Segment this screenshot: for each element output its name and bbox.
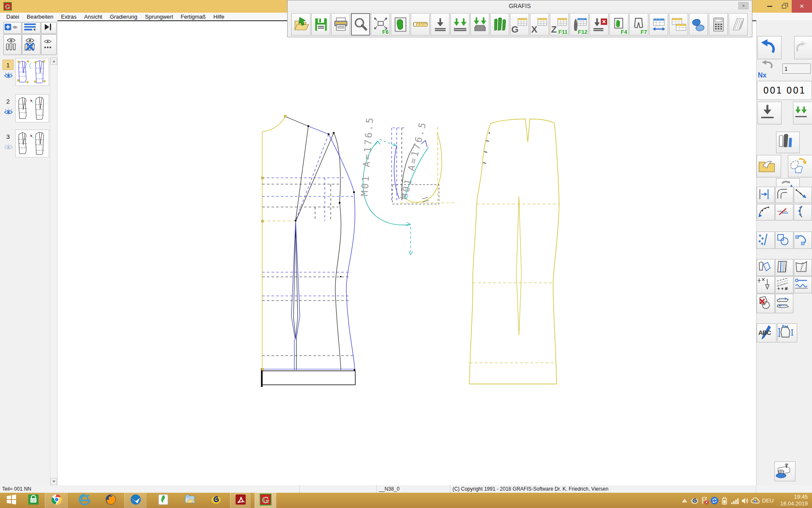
restore-button[interactable] (778, 0, 790, 13)
close-button[interactable]: × (792, 0, 812, 13)
save-file-button[interactable] (311, 13, 330, 36)
open-file-button[interactable] (291, 13, 310, 36)
tray-spiral-tray-button[interactable] (690, 496, 699, 505)
tray-battery-button[interactable] (720, 496, 729, 505)
thumbnail-visibility-eye-3[interactable] (3, 144, 14, 151)
thumbnail-number-1[interactable]: 1 (3, 60, 14, 70)
curve-modify-button[interactable] (794, 204, 812, 221)
piece-preview-button[interactable] (391, 13, 410, 36)
piece-rotate-button[interactable] (757, 259, 775, 276)
menu-item-fertigma[interactable]: Fertigmaß (177, 14, 209, 20)
column-width-button[interactable] (649, 13, 668, 36)
add-view-button[interactable] (3, 22, 22, 34)
measure-tape-button[interactable] (411, 13, 430, 36)
curve-handles-button[interactable] (794, 232, 812, 249)
menu-item-datei[interactable]: Datei (3, 14, 23, 20)
pieces-button[interactable] (490, 13, 509, 36)
scroll-up-button[interactable] (50, 58, 57, 65)
scroll-down-button[interactable] (50, 478, 57, 485)
taskbar-acrobat-button[interactable] (230, 493, 251, 508)
pleats-button[interactable] (775, 259, 793, 276)
menu-item-hilfe[interactable]: Hilfe (210, 14, 228, 20)
corner-rounding-button[interactable] (775, 187, 793, 203)
thumbnail-visibility-eye-1[interactable] (3, 72, 14, 79)
measurement-table-button[interactable]: F12 (570, 13, 589, 36)
taskbar-windows-store-button[interactable] (25, 493, 41, 508)
tray-network-signal-button[interactable] (730, 496, 739, 505)
text-tool-button[interactable]: ABC (757, 323, 776, 342)
nx-count-input[interactable] (782, 64, 811, 74)
taskbar-firefox-button[interactable] (102, 493, 119, 508)
thumbnail-number-3[interactable]: 3 (3, 131, 14, 141)
call-to-stack-button[interactable] (470, 13, 489, 36)
thumbnail-visibility-eye-2[interactable] (3, 108, 14, 116)
curve-points-button[interactable] (757, 204, 775, 221)
menu-item-sprungwert[interactable]: Sprungwert (141, 14, 177, 20)
pin-seam-button[interactable] (794, 276, 812, 293)
hide-pieces-button[interactable] (22, 34, 41, 55)
flip-pieces-button[interactable] (775, 294, 793, 313)
line-direction-button[interactable] (794, 187, 812, 203)
menu-item-ansicht[interactable]: Ansicht (80, 14, 106, 20)
undo-button[interactable] (757, 36, 782, 59)
call-all-down-button[interactable] (793, 102, 812, 124)
taskbar-coreldraw-button[interactable] (155, 493, 172, 508)
minimize-button[interactable] (764, 0, 776, 13)
scatter-points-button[interactable] (757, 232, 775, 249)
redo-button[interactable] (794, 36, 812, 59)
menu-item-gradierung[interactable]: Gradierung (106, 14, 141, 20)
cross-lines-button[interactable] (775, 204, 793, 221)
piece-window-button[interactable]: F7 (629, 13, 648, 36)
language-indicator[interactable]: DEU (762, 493, 774, 508)
drawing-canvas[interactable]: M01 A=176.5 M01 A=176.5 (58, 20, 756, 485)
taskbar-grafis-button[interactable]: G (255, 493, 277, 508)
calculator-button[interactable] (709, 13, 728, 36)
tray-hidden-icons-button[interactable] (680, 496, 689, 505)
tray-onedrive-button[interactable] (751, 496, 760, 505)
taskbar-internet-explorer-button[interactable] (76, 493, 93, 508)
pattern-thumbnail-1[interactable] (15, 58, 49, 86)
value-table-g-button[interactable]: G (510, 13, 529, 36)
table-window-button[interactable] (669, 13, 688, 36)
piece-set-button[interactable] (776, 132, 800, 153)
layer-list-button[interactable] (22, 22, 41, 34)
toolbar-close-button[interactable]: × (738, 2, 749, 9)
remove-call-button[interactable] (590, 13, 609, 36)
perpendicular-tools-button[interactable] (757, 276, 775, 293)
tray-action-center-flag-button[interactable] (700, 496, 709, 505)
neck-dart-button[interactable] (794, 259, 812, 276)
measure-piece-button[interactable] (777, 323, 797, 342)
zoom-all-button[interactable]: F6 (371, 13, 390, 36)
menu-item-bearbeiten[interactable]: Bearbeiten (23, 14, 57, 20)
clock[interactable]: 19:45 16.04.2019 (780, 494, 808, 507)
menu-item-extras[interactable]: Extras (57, 14, 80, 20)
call-piece-down-button[interactable] (757, 102, 782, 124)
print-button[interactable] (331, 13, 350, 36)
taskbar-start-button[interactable] (3, 493, 19, 508)
taskbar-spiral-app-button[interactable] (208, 493, 224, 508)
value-table-z-button[interactable]: ZF11 (550, 13, 569, 36)
taskbar-chrome-button[interactable] (45, 493, 69, 508)
undo-count-button[interactable]: Nx (757, 61, 781, 79)
call-piece-button[interactable] (431, 13, 450, 36)
delete-geometry-button[interactable] (757, 294, 775, 313)
taskbar-thunderbird-button[interactable] (124, 493, 147, 508)
shapes-button[interactable] (775, 232, 793, 249)
pattern-thumbnail-3[interactable] (15, 130, 49, 157)
next-page-button[interactable] (41, 22, 57, 34)
piece-stack-button[interactable] (689, 13, 708, 36)
open-piece-button[interactable] (757, 155, 781, 177)
copy-piece-button[interactable] (788, 155, 812, 177)
hatch-pattern-button[interactable] (729, 13, 748, 36)
tray-sync-button[interactable] (710, 496, 719, 505)
value-table-x-button[interactable]: X (530, 13, 549, 36)
point-to-line-button[interactable] (757, 187, 775, 203)
show-pieces-button[interactable] (3, 34, 22, 55)
pattern-thumbnail-2[interactable] (15, 94, 49, 122)
sewing-tool-button[interactable] (774, 461, 796, 481)
line-attributes-button[interactable] (775, 276, 793, 293)
tray-volume-button[interactable] (741, 496, 749, 505)
view-window-button[interactable]: F4 (609, 13, 628, 36)
thumbnail-number-2[interactable]: 2 (3, 96, 14, 106)
taskbar-file-explorer-button[interactable] (181, 493, 199, 508)
